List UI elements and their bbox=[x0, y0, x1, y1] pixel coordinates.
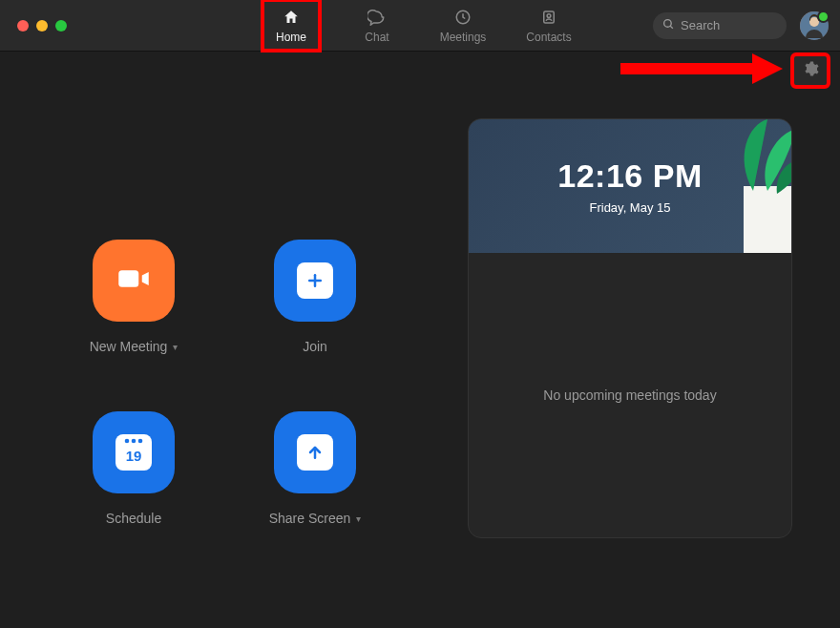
home-icon bbox=[282, 8, 301, 27]
svg-marker-8 bbox=[752, 53, 783, 84]
schedule-tile[interactable]: 19 Schedule bbox=[72, 411, 196, 526]
tab-contacts[interactable]: Contacts bbox=[520, 0, 578, 51]
action-tiles: New Meeting ▾ Join bbox=[19, 118, 430, 609]
schedule-button[interactable]: 19 bbox=[93, 411, 175, 493]
svg-point-3 bbox=[664, 19, 672, 27]
fullscreen-window-button[interactable] bbox=[55, 20, 67, 31]
annotation-arrow bbox=[620, 52, 783, 90]
search-icon bbox=[662, 18, 675, 33]
share-screen-label: Share Screen bbox=[269, 511, 351, 526]
share-screen-tile[interactable]: Share Screen ▾ bbox=[253, 411, 377, 526]
main-content: New Meeting ▾ Join bbox=[0, 90, 840, 628]
tab-contacts-label: Contacts bbox=[526, 31, 571, 44]
plus-icon bbox=[297, 262, 333, 299]
plant-decoration bbox=[715, 119, 791, 253]
settings-button[interactable] bbox=[792, 54, 829, 87]
svg-point-6 bbox=[809, 17, 819, 27]
meetings-panel: 12:16 PM Friday, May 15 No upcoming meet… bbox=[439, 118, 821, 609]
close-window-button[interactable] bbox=[17, 20, 29, 31]
tab-home-label: Home bbox=[276, 31, 306, 44]
tab-meetings-label: Meetings bbox=[440, 31, 487, 44]
video-camera-icon bbox=[114, 259, 154, 303]
minimize-window-button[interactable] bbox=[36, 20, 48, 31]
clock-icon bbox=[453, 8, 472, 27]
current-time: 12:16 PM bbox=[557, 157, 702, 195]
tab-meetings[interactable]: Meetings bbox=[434, 0, 492, 51]
clock-header: 12:16 PM Friday, May 15 bbox=[469, 119, 791, 253]
svg-point-14 bbox=[132, 439, 136, 444]
meetings-card: 12:16 PM Friday, May 15 No upcoming meet… bbox=[468, 118, 792, 538]
current-date: Friday, May 15 bbox=[589, 200, 670, 215]
window-controls bbox=[17, 20, 67, 31]
top-nav-tabs: Home Chat Meetings Contacts bbox=[262, 0, 578, 51]
chat-icon bbox=[368, 8, 387, 27]
chevron-down-icon[interactable]: ▾ bbox=[173, 342, 178, 352]
search-placeholder: Search bbox=[681, 18, 720, 32]
tab-chat[interactable]: Chat bbox=[348, 0, 406, 51]
svg-rect-9 bbox=[118, 270, 138, 287]
tab-home[interactable]: Home bbox=[262, 0, 320, 51]
subbar bbox=[0, 52, 840, 90]
calendar-icon: 19 bbox=[116, 434, 152, 471]
chevron-down-icon[interactable]: ▾ bbox=[356, 513, 361, 524]
tab-chat-label: Chat bbox=[365, 31, 388, 44]
new-meeting-label: New Meeting bbox=[90, 339, 168, 354]
schedule-label: Schedule bbox=[106, 511, 161, 526]
svg-line-4 bbox=[670, 26, 673, 29]
arrow-up-icon bbox=[297, 434, 333, 471]
svg-point-13 bbox=[125, 439, 130, 444]
search-input[interactable]: Search bbox=[653, 12, 787, 39]
svg-rect-18 bbox=[744, 186, 791, 253]
svg-point-2 bbox=[547, 13, 551, 17]
new-meeting-tile[interactable]: New Meeting ▾ bbox=[72, 240, 196, 354]
gear-icon bbox=[802, 60, 819, 81]
svg-point-15 bbox=[138, 439, 143, 444]
titlebar: Home Chat Meetings Contacts Search bbox=[0, 0, 840, 52]
join-tile[interactable]: Join bbox=[253, 240, 377, 354]
svg-text:19: 19 bbox=[126, 448, 142, 464]
share-screen-button[interactable] bbox=[274, 411, 356, 493]
join-button[interactable] bbox=[274, 240, 356, 322]
contacts-icon bbox=[539, 8, 558, 27]
meetings-empty: No upcoming meetings today bbox=[469, 253, 791, 537]
avatar[interactable] bbox=[800, 11, 829, 40]
new-meeting-button[interactable] bbox=[93, 240, 175, 322]
meetings-empty-text: No upcoming meetings today bbox=[543, 387, 716, 403]
join-label: Join bbox=[303, 339, 327, 354]
